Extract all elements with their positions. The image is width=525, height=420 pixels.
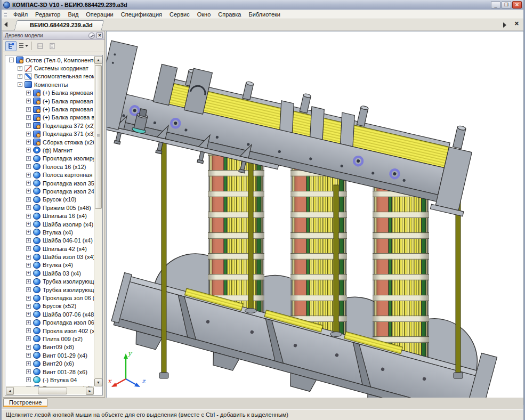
tree-item[interactable]: + Системы координат <box>6 64 94 72</box>
tree-vertical-scrollbar[interactable]: ▲ ▼ <box>94 56 102 386</box>
expander-toggle[interactable]: + <box>26 107 31 112</box>
expander-toggle[interactable]: + <box>26 336 31 341</box>
minimize-button[interactable]: _ <box>491 1 500 9</box>
tab-scroll-right-icon[interactable] <box>503 22 506 28</box>
expander-toggle[interactable]: - <box>18 82 22 87</box>
vertical-scroll-thumb[interactable] <box>95 65 102 209</box>
menu-item[interactable]: Операции <box>82 11 117 18</box>
model-viewport[interactable]: x y z <box>106 31 524 405</box>
tree-item[interactable]: + (ф) Магнит <box>6 146 94 154</box>
tree-structure-view-button[interactable] <box>5 41 17 51</box>
tree-item[interactable]: + Винт 001-28 (x6) <box>6 368 94 376</box>
tree-item[interactable]: + Втулка (x4) <box>6 228 94 236</box>
menu-item[interactable]: Окно <box>193 11 215 18</box>
model-tree-header[interactable]: Дерево модели ✕ <box>3 31 104 40</box>
expander-toggle[interactable]: + <box>26 353 31 358</box>
tree-item[interactable]: + (+) Балка ярмовая нижняя Н <box>6 89 94 97</box>
expander-toggle[interactable]: - <box>9 58 14 62</box>
tree-item[interactable]: + Полоса 16 (x12) <box>6 163 94 171</box>
tree-item[interactable]: + Сборка стяжка (x26) <box>6 138 94 146</box>
tree-item[interactable]: + Шайба 03 (x4) <box>6 269 94 277</box>
tree-item[interactable]: + Полоса картонная (x7) <box>6 171 94 179</box>
expander-toggle[interactable]: + <box>26 189 31 193</box>
expander-toggle[interactable]: + <box>26 238 31 243</box>
tree-item[interactable]: + Шпилька 16 (x4) <box>6 212 94 220</box>
tree-item[interactable]: + Винт20 (x6) <box>6 359 94 367</box>
expander-toggle[interactable]: + <box>26 99 31 103</box>
menu-item[interactable]: Библиотеки <box>245 11 284 18</box>
tree-item[interactable]: + Втулка (x4) <box>6 261 94 269</box>
expander-toggle[interactable]: + <box>26 115 31 120</box>
menu-item[interactable]: Файл <box>10 11 31 18</box>
document-tab[interactable]: ВЕИЮ.684429.239.a3d <box>14 20 104 30</box>
expander-toggle[interactable]: + <box>26 279 31 284</box>
expander-toggle[interactable]: + <box>18 66 22 71</box>
expander-toggle[interactable]: + <box>26 222 31 227</box>
expander-toggle[interactable]: + <box>26 377 31 382</box>
expander-toggle[interactable]: + <box>26 148 31 152</box>
expander-toggle[interactable]: + <box>26 173 31 177</box>
scroll-right-icon[interactable]: ► <box>86 387 94 395</box>
tree-item[interactable]: + (+) Балка ярмовая верхняя Н <box>6 105 94 113</box>
tree-item[interactable]: + Плита 009 (x2) <box>6 335 94 343</box>
tree-item[interactable]: + Брусок (x10) <box>6 196 94 204</box>
menu-item[interactable]: Спецификация <box>117 11 166 18</box>
tab-scroll-left-icon[interactable] <box>4 22 7 27</box>
tree-item[interactable]: + Шайба изолир (x4) <box>6 220 94 228</box>
tree-item[interactable]: + Прокладка изол 06 (x8) <box>6 319 94 327</box>
horizontal-scroll-thumb[interactable] <box>38 387 67 394</box>
expander-toggle[interactable]: + <box>26 132 31 136</box>
tree-item[interactable]: + Прокладка изол 350-01 (x4) <box>6 179 94 187</box>
tree-item[interactable]: + Брусок (x52) <box>6 302 94 310</box>
mode-tab-construction[interactable]: Построение <box>3 398 47 407</box>
expander-toggle[interactable]: + <box>26 181 31 185</box>
tree-item[interactable]: + Трубка изолирующая 02 (x4 <box>6 278 94 286</box>
relations-button[interactable] <box>35 41 46 51</box>
toolbar-grip[interactable] <box>4 11 7 18</box>
tree-item[interactable]: + Трубка изолирующая 03 (x4 <box>6 286 94 294</box>
tree-item[interactable]: + Подкладка 371 (x3) <box>6 130 94 138</box>
menu-item[interactable]: Вид <box>64 11 82 18</box>
tree-item[interactable]: + Вспомогательная геометрия <box>6 72 94 80</box>
expander-toggle[interactable]: + <box>26 328 31 333</box>
close-button[interactable]: ✕ <box>512 1 522 9</box>
expander-toggle[interactable]: + <box>26 345 31 350</box>
tree-item[interactable]: + Прокладка изолирующая (x4 <box>6 155 94 163</box>
expander-toggle[interactable]: + <box>26 164 31 169</box>
expander-toggle[interactable]: + <box>26 197 31 202</box>
tree-item[interactable]: + (+) Балка ярмовая нижняя В <box>6 97 94 105</box>
tree-item[interactable]: + Винт 001-29 (x4) <box>6 351 94 359</box>
tree-horizontal-scrollbar[interactable]: ◄ ► <box>6 386 94 394</box>
tree-item[interactable]: + Прижим 005 (x48) <box>6 204 94 212</box>
model-3d-view[interactable]: x y z <box>107 31 523 405</box>
expander-toggle[interactable]: + <box>26 156 31 161</box>
tree-item[interactable]: + (-) Втулка 04 <box>6 376 94 384</box>
expander-toggle[interactable]: + <box>26 304 31 309</box>
composition-view-button[interactable] <box>18 41 29 51</box>
report-button[interactable] <box>47 41 58 51</box>
expander-toggle[interactable]: + <box>26 296 31 301</box>
tree-item[interactable]: + Шпилька 42 (x4) <box>6 245 94 253</box>
expander-toggle[interactable]: + <box>26 312 31 317</box>
titlebar[interactable]: КОМПАС-3D V10 - ВЕИЮ.684429.239.a3d _ ❐ … <box>2 0 523 10</box>
expander-toggle[interactable]: + <box>26 320 31 325</box>
dropdown-arrow-icon[interactable] <box>25 45 28 47</box>
menu-item[interactable]: Сервис <box>166 11 193 18</box>
expander-toggle[interactable]: + <box>26 369 31 374</box>
expander-toggle[interactable]: + <box>26 205 31 210</box>
expander-toggle[interactable]: + <box>26 287 31 292</box>
tree-item[interactable]: + Винт09 (x8) <box>6 343 94 351</box>
expander-toggle[interactable]: + <box>26 271 31 276</box>
scroll-left-icon[interactable]: ◄ <box>6 387 14 395</box>
expander-toggle[interactable]: + <box>26 123 31 128</box>
expander-toggle[interactable]: + <box>18 74 22 79</box>
scroll-down-icon[interactable]: ▼ <box>94 378 102 386</box>
tab-close-icon[interactable]: ✕ <box>514 20 519 27</box>
tree-item[interactable]: + Шайба 046-01 (x4) <box>6 237 94 245</box>
menu-item[interactable]: Редактор <box>31 11 64 18</box>
tree-item[interactable]: - Компоненты <box>6 80 94 88</box>
expander-toggle[interactable]: + <box>26 140 31 144</box>
expander-toggle[interactable]: + <box>26 246 31 251</box>
expander-toggle[interactable]: + <box>26 230 31 235</box>
expander-toggle[interactable]: + <box>26 361 31 366</box>
